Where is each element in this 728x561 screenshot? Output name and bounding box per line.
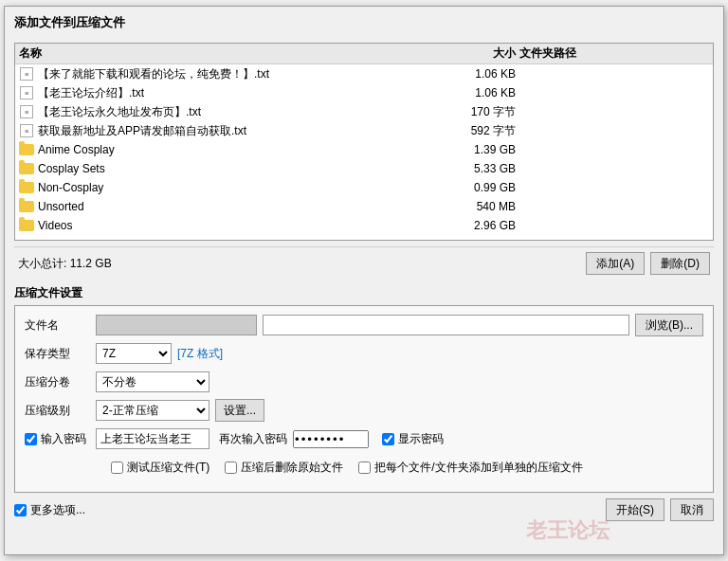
split-select[interactable]: 不分卷 10 MB 100 MB 自定义 bbox=[96, 371, 209, 392]
format-link[interactable]: [7Z 格式] bbox=[177, 346, 223, 362]
file-name: 【老王论坛介绍】.txt bbox=[38, 85, 444, 101]
delete-checkbox[interactable] bbox=[225, 461, 237, 474]
split-control: 不分卷 10 MB 100 MB 自定义 bbox=[96, 371, 703, 392]
file-list-body[interactable]: ≡【来了就能下载和观看的论坛，纯免费！】.txt1.06 KB≡【老王论坛介绍】… bbox=[15, 64, 713, 240]
file-icon: ≡ bbox=[19, 105, 34, 118]
delete-checkbox-group: 压缩后删除原始文件 bbox=[225, 460, 343, 476]
add-button[interactable]: 添加(A) bbox=[586, 252, 645, 275]
more-options-checkbox-group: 更多选项... bbox=[14, 502, 85, 518]
options-row: 测试压缩文件(T) 压缩后删除原始文件 把每个文件/文件夹添加到单独的压缩文件 bbox=[25, 456, 703, 479]
file-size: 540 MB bbox=[444, 200, 519, 213]
settings-button[interactable]: 设置... bbox=[215, 399, 264, 422]
test-checkbox[interactable] bbox=[111, 461, 123, 474]
password-row: 输入密码 再次输入密码 显示密码 bbox=[25, 427, 703, 450]
file-size: 1.06 KB bbox=[444, 86, 519, 100]
password-checkbox[interactable] bbox=[25, 433, 37, 445]
file-name: Videos bbox=[38, 219, 444, 232]
total-size: 大小总计: 11.2 GB bbox=[18, 256, 112, 272]
filename-control: 浏览(B)... bbox=[96, 314, 703, 336]
file-name: Non-Cosplay bbox=[38, 181, 444, 194]
level-row: 压缩级别 2-正常压缩 0-仅存储 5-最快速度 9-极限压缩 设置... bbox=[25, 399, 703, 422]
password-control: 再次输入密码 显示密码 bbox=[96, 428, 703, 449]
show-password-checkbox[interactable] bbox=[382, 433, 394, 445]
settings-section: 文件名 浏览(B)... 保存类型 7Z ZIP TAR [7Z 格式] 压缩分… bbox=[14, 305, 714, 493]
browse-button[interactable]: 浏览(B)... bbox=[635, 314, 703, 336]
show-password-group: 显示密码 bbox=[382, 431, 444, 447]
folder-icon bbox=[19, 181, 34, 194]
file-name: 【来了就能下载和观看的论坛，纯免费！】.txt bbox=[38, 66, 444, 82]
each-file-checkbox[interactable] bbox=[358, 461, 371, 474]
delete-button[interactable]: 删除(D) bbox=[650, 252, 710, 275]
file-name: Anime Cosplay bbox=[38, 143, 444, 156]
password-checkbox-group: 输入密码 bbox=[25, 431, 96, 447]
save-type-control: 7Z ZIP TAR [7Z 格式] bbox=[96, 343, 703, 364]
header-name: 名称 bbox=[19, 45, 444, 62]
file-size: 170 字节 bbox=[444, 104, 519, 120]
test-label: 测试压缩文件(T) bbox=[127, 460, 209, 476]
folder-icon bbox=[19, 162, 34, 175]
filename-row: 文件名 浏览(B)... bbox=[25, 314, 703, 336]
filename-label: 文件名 bbox=[25, 317, 96, 334]
file-size: 0.99 GB bbox=[444, 181, 519, 194]
file-size: 2.96 GB bbox=[444, 219, 519, 232]
table-row[interactable]: Anime Cosplay1.39 GB bbox=[15, 140, 713, 159]
level-control: 2-正常压缩 0-仅存储 5-最快速度 9-极限压缩 设置... bbox=[96, 399, 703, 422]
save-type-select[interactable]: 7Z ZIP TAR bbox=[96, 343, 172, 364]
level-select[interactable]: 2-正常压缩 0-仅存储 5-最快速度 9-极限压缩 bbox=[96, 400, 209, 421]
file-size: 1.06 KB bbox=[444, 67, 519, 81]
folder-icon bbox=[19, 143, 34, 156]
table-row[interactable]: Non-Cosplay0.99 GB bbox=[15, 178, 713, 197]
main-action-buttons: 开始(S) 取消 bbox=[606, 498, 714, 521]
file-size: 592 字节 bbox=[444, 123, 519, 139]
table-row[interactable]: Cosplay Sets5.33 GB bbox=[15, 159, 713, 178]
ok-button[interactable]: 开始(S) bbox=[606, 498, 664, 521]
split-label: 压缩分卷 bbox=[25, 374, 96, 390]
file-name: 【老王论坛永久地址发布页】.txt bbox=[38, 104, 444, 120]
options-checkboxes: 测试压缩文件(T) 压缩后删除原始文件 把每个文件/文件夹添加到单独的压缩文件 bbox=[111, 460, 703, 476]
file-name: Cosplay Sets bbox=[38, 162, 444, 175]
show-password-label: 显示密码 bbox=[398, 431, 444, 447]
delete-label: 压缩后删除原始文件 bbox=[241, 460, 343, 476]
password-label-cell: 输入密码 bbox=[25, 431, 96, 447]
save-type-row: 保存类型 7Z ZIP TAR [7Z 格式] bbox=[25, 342, 703, 365]
password-input[interactable] bbox=[96, 428, 209, 449]
footer-buttons: 添加(A) 删除(D) bbox=[586, 252, 710, 275]
file-list-footer: 大小总计: 11.2 GB 添加(A) 删除(D) bbox=[14, 246, 714, 280]
table-row[interactable]: ≡【老王论坛介绍】.txt1.06 KB bbox=[15, 83, 713, 102]
table-row[interactable]: Videos2.96 GB bbox=[15, 216, 713, 235]
split-row: 压缩分卷 不分卷 10 MB 100 MB 自定义 bbox=[25, 371, 703, 393]
password-label: 输入密码 bbox=[41, 431, 86, 447]
file-icon: ≡ bbox=[19, 86, 34, 100]
filename-input-right[interactable] bbox=[263, 315, 629, 335]
file-list-header: 名称 大小 文件夹路径 bbox=[15, 44, 713, 64]
table-row[interactable]: ≡【老王论坛永久地址发布页】.txt170 字节 bbox=[15, 102, 713, 121]
filename-input-left[interactable] bbox=[96, 315, 257, 335]
file-size: 1.39 GB bbox=[444, 143, 519, 156]
file-name: Unsorted bbox=[38, 200, 444, 213]
bottom-row: 更多选项... 开始(S) 取消 bbox=[14, 498, 714, 521]
folder-icon bbox=[19, 219, 34, 232]
header-size: 大小 bbox=[444, 45, 519, 62]
each-file-checkbox-group: 把每个文件/文件夹添加到单独的压缩文件 bbox=[358, 460, 582, 476]
reenter-input[interactable] bbox=[293, 430, 369, 448]
table-row[interactable]: ≡获取最新地址及APP请发邮箱自动获取.txt592 字节 bbox=[15, 121, 713, 140]
test-checkbox-group: 测试压缩文件(T) bbox=[111, 460, 209, 476]
each-file-label: 把每个文件/文件夹添加到单独的压缩文件 bbox=[374, 460, 582, 476]
cancel-button[interactable]: 取消 bbox=[670, 498, 714, 521]
table-row[interactable]: Unsorted540 MB bbox=[15, 197, 713, 216]
file-icon: ≡ bbox=[19, 124, 34, 137]
save-type-label: 保存类型 bbox=[25, 346, 96, 362]
file-icon: ≡ bbox=[19, 67, 34, 81]
more-options-checkbox[interactable] bbox=[14, 504, 27, 516]
folder-icon bbox=[19, 200, 34, 213]
dialog-title: 添加文件到压缩文件 bbox=[14, 14, 714, 35]
file-list-section: 名称 大小 文件夹路径 ≡【来了就能下载和观看的论坛，纯免费！】.txt1.06… bbox=[14, 43, 714, 241]
reenter-label: 再次输入密码 bbox=[219, 431, 287, 447]
file-name: 获取最新地址及APP请发邮箱自动获取.txt bbox=[38, 123, 444, 139]
level-label: 压缩级别 bbox=[25, 403, 96, 419]
more-options-label: 更多选项... bbox=[30, 502, 85, 518]
settings-section-title: 压缩文件设置 bbox=[14, 285, 714, 301]
table-row[interactable]: ≡【来了就能下载和观看的论坛，纯免费！】.txt1.06 KB bbox=[15, 64, 713, 83]
more-options-group: 更多选项... bbox=[14, 502, 85, 518]
file-size: 5.33 GB bbox=[444, 162, 519, 175]
